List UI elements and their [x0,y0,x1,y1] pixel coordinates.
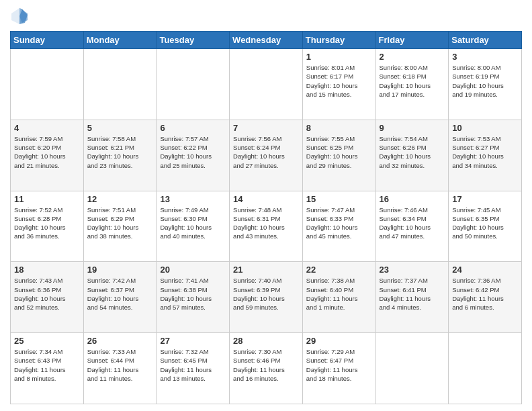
calendar-cell: 8Sunrise: 7:55 AM Sunset: 6:25 PM Daylig… [302,120,375,191]
day-info: Sunrise: 7:47 AM Sunset: 6:33 PM Dayligh… [306,205,372,241]
calendar-cell: 4Sunrise: 7:59 AM Sunset: 6:20 PM Daylig… [11,120,84,191]
day-info: Sunrise: 7:49 AM Sunset: 6:30 PM Dayligh… [160,205,226,241]
day-info: Sunrise: 7:32 AM Sunset: 6:45 PM Dayligh… [160,347,226,383]
day-number: 15 [306,194,372,204]
calendar-cell: 20Sunrise: 7:41 AM Sunset: 6:38 PM Dayli… [157,262,230,333]
day-info: Sunrise: 7:37 AM Sunset: 6:41 PM Dayligh… [380,276,445,312]
calendar-cell: 17Sunrise: 7:45 AM Sunset: 6:35 PM Dayli… [449,191,522,262]
day-info: Sunrise: 8:00 AM Sunset: 6:18 PM Dayligh… [380,63,445,99]
calendar-cell [11,49,84,120]
day-number: 28 [233,336,299,346]
calendar-cell: 7Sunrise: 7:56 AM Sunset: 6:24 PM Daylig… [230,120,303,191]
day-info: Sunrise: 7:48 AM Sunset: 6:31 PM Dayligh… [233,205,299,241]
week-row-5: 25Sunrise: 7:34 AM Sunset: 6:43 PM Dayli… [11,333,522,404]
weekday-header-thursday: Thursday [302,32,375,49]
day-number: 23 [380,265,445,275]
day-info: Sunrise: 7:36 AM Sunset: 6:42 PM Dayligh… [452,276,518,312]
day-number: 24 [452,265,518,275]
day-info: Sunrise: 7:34 AM Sunset: 6:43 PM Dayligh… [14,347,80,383]
day-number: 22 [306,265,372,275]
calendar-cell: 23Sunrise: 7:37 AM Sunset: 6:41 PM Dayli… [375,262,449,333]
day-number: 19 [87,265,153,275]
weekday-header-tuesday: Tuesday [157,32,230,49]
day-number: 26 [87,336,153,346]
day-info: Sunrise: 7:41 AM Sunset: 6:38 PM Dayligh… [160,276,226,312]
day-info: Sunrise: 7:38 AM Sunset: 6:40 PM Dayligh… [306,276,372,312]
calendar-cell [375,333,449,404]
calendar-cell: 3Sunrise: 8:00 AM Sunset: 6:19 PM Daylig… [449,49,522,120]
calendar-cell: 24Sunrise: 7:36 AM Sunset: 6:42 PM Dayli… [449,262,522,333]
calendar-cell [449,333,522,404]
calendar-cell: 14Sunrise: 7:48 AM Sunset: 6:31 PM Dayli… [230,191,303,262]
day-number: 25 [14,336,80,346]
weekday-header-wednesday: Wednesday [230,32,303,49]
week-row-3: 11Sunrise: 7:52 AM Sunset: 6:28 PM Dayli… [11,191,522,262]
logo-icon [10,7,29,26]
day-number: 8 [306,123,372,133]
day-info: Sunrise: 7:58 AM Sunset: 6:21 PM Dayligh… [87,134,153,170]
calendar-cell: 19Sunrise: 7:42 AM Sunset: 6:37 PM Dayli… [83,262,157,333]
calendar-cell: 9Sunrise: 7:54 AM Sunset: 6:26 PM Daylig… [375,120,449,191]
day-number: 6 [160,123,226,133]
calendar-cell: 12Sunrise: 7:51 AM Sunset: 6:29 PM Dayli… [83,191,157,262]
day-info: Sunrise: 7:40 AM Sunset: 6:39 PM Dayligh… [233,276,299,312]
day-info: Sunrise: 7:42 AM Sunset: 6:37 PM Dayligh… [87,276,153,312]
day-number: 11 [14,194,80,204]
day-number: 13 [160,194,226,204]
day-info: Sunrise: 7:59 AM Sunset: 6:20 PM Dayligh… [14,134,80,170]
day-info: Sunrise: 7:51 AM Sunset: 6:29 PM Dayligh… [87,205,153,241]
day-info: Sunrise: 7:55 AM Sunset: 6:25 PM Dayligh… [306,134,372,170]
weekday-header-saturday: Saturday [449,32,522,49]
calendar-cell: 18Sunrise: 7:43 AM Sunset: 6:36 PM Dayli… [11,262,84,333]
header [10,7,522,26]
day-info: Sunrise: 7:46 AM Sunset: 6:34 PM Dayligh… [380,205,445,241]
calendar-cell: 5Sunrise: 7:58 AM Sunset: 6:21 PM Daylig… [83,120,157,191]
day-number: 1 [306,52,372,62]
day-info: Sunrise: 8:00 AM Sunset: 6:19 PM Dayligh… [452,63,518,99]
day-info: Sunrise: 7:30 AM Sunset: 6:46 PM Dayligh… [233,347,299,383]
day-number: 9 [380,123,445,133]
day-number: 20 [160,265,226,275]
week-row-4: 18Sunrise: 7:43 AM Sunset: 6:36 PM Dayli… [11,262,522,333]
calendar-cell: 22Sunrise: 7:38 AM Sunset: 6:40 PM Dayli… [302,262,375,333]
weekday-header-row: SundayMondayTuesdayWednesdayThursdayFrid… [11,32,522,49]
page: SundayMondayTuesdayWednesdayThursdayFrid… [0,0,532,411]
day-number: 10 [452,123,518,133]
day-number: 29 [306,336,372,346]
day-info: Sunrise: 8:01 AM Sunset: 6:17 PM Dayligh… [306,63,372,99]
weekday-header-friday: Friday [375,32,449,49]
calendar-table: SundayMondayTuesdayWednesdayThursdayFrid… [10,31,522,404]
calendar-cell: 11Sunrise: 7:52 AM Sunset: 6:28 PM Dayli… [11,191,84,262]
day-number: 12 [87,194,153,204]
calendar-cell: 27Sunrise: 7:32 AM Sunset: 6:45 PM Dayli… [157,333,230,404]
calendar-cell: 29Sunrise: 7:29 AM Sunset: 6:47 PM Dayli… [302,333,375,404]
week-row-1: 1Sunrise: 8:01 AM Sunset: 6:17 PM Daylig… [11,49,522,120]
calendar-cell: 6Sunrise: 7:57 AM Sunset: 6:22 PM Daylig… [157,120,230,191]
week-row-2: 4Sunrise: 7:59 AM Sunset: 6:20 PM Daylig… [11,120,522,191]
day-info: Sunrise: 7:56 AM Sunset: 6:24 PM Dayligh… [233,134,299,170]
day-info: Sunrise: 7:45 AM Sunset: 6:35 PM Dayligh… [452,205,518,241]
calendar-cell: 16Sunrise: 7:46 AM Sunset: 6:34 PM Dayli… [375,191,449,262]
calendar-cell: 1Sunrise: 8:01 AM Sunset: 6:17 PM Daylig… [302,49,375,120]
weekday-header-sunday: Sunday [11,32,84,49]
day-info: Sunrise: 7:29 AM Sunset: 6:47 PM Dayligh… [306,347,372,383]
calendar-cell: 28Sunrise: 7:30 AM Sunset: 6:46 PM Dayli… [230,333,303,404]
calendar-cell [157,49,230,120]
day-number: 7 [233,123,299,133]
day-info: Sunrise: 7:54 AM Sunset: 6:26 PM Dayligh… [380,134,445,170]
calendar-cell: 13Sunrise: 7:49 AM Sunset: 6:30 PM Dayli… [157,191,230,262]
day-info: Sunrise: 7:52 AM Sunset: 6:28 PM Dayligh… [14,205,80,241]
day-info: Sunrise: 7:57 AM Sunset: 6:22 PM Dayligh… [160,134,226,170]
calendar-cell: 15Sunrise: 7:47 AM Sunset: 6:33 PM Dayli… [302,191,375,262]
day-number: 2 [380,52,445,62]
day-number: 5 [87,123,153,133]
calendar-cell: 21Sunrise: 7:40 AM Sunset: 6:39 PM Dayli… [230,262,303,333]
calendar-cell: 26Sunrise: 7:33 AM Sunset: 6:44 PM Dayli… [83,333,157,404]
calendar-cell [83,49,157,120]
day-number: 4 [14,123,80,133]
calendar-cell [230,49,303,120]
weekday-header-monday: Monday [83,32,157,49]
day-number: 27 [160,336,226,346]
day-info: Sunrise: 7:33 AM Sunset: 6:44 PM Dayligh… [87,347,153,383]
day-number: 17 [452,194,518,204]
